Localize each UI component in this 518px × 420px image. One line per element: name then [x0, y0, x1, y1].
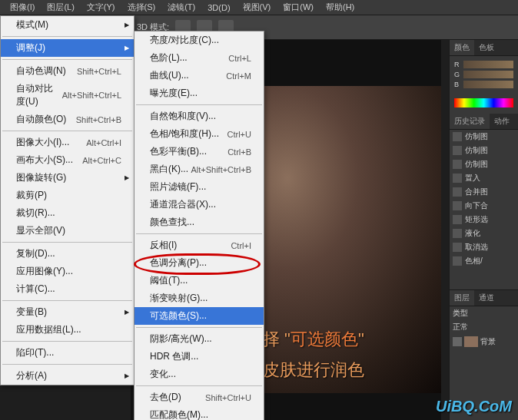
history-item[interactable]: 矩形选 [450, 213, 518, 227]
menu-item[interactable]: 去色(D)Shift+Ctrl+U [134, 389, 264, 406]
menubar-item[interactable]: 帮助(H) [320, 0, 360, 15]
tab-channels[interactable]: 通道 [474, 290, 499, 306]
menu-shortcut: Shift+Ctrl+L [77, 67, 121, 76]
g-slider[interactable] [463, 71, 513, 78]
menu-item[interactable]: 色阶(L)...Ctrl+L [134, 49, 264, 67]
tab-swatches[interactable]: 色板 [474, 40, 499, 55]
hue-strip[interactable] [454, 98, 513, 107]
menu-item-label: 亮度/对比度(C)... [150, 34, 219, 47]
menu-item[interactable]: 黑白(K)...Alt+Shift+Ctrl+B [134, 160, 264, 178]
history-item[interactable]: 仿制图 [450, 157, 518, 171]
menu-item[interactable]: 匹配颜色(M)... [134, 406, 264, 420]
history-panel: 历史记录 动作 仿制图仿制图仿制图置入合并图向下合矩形选液化取消选色相/ [450, 114, 518, 268]
menu-item[interactable]: 计算(C)... [1, 280, 134, 298]
menu-shortcut: Ctrl+B [227, 147, 251, 157]
menu-item[interactable]: 可选颜色(S)... [134, 307, 264, 325]
history-label: 仿制图 [465, 145, 488, 156]
color-panel-tabs: 颜色 色板 [450, 40, 518, 56]
history-label: 置入 [465, 173, 480, 184]
menu-item[interactable]: 反相(I)Ctrl+I [134, 236, 264, 254]
menu-item-label: 色调分离(P)... [150, 256, 207, 270]
menubar-item[interactable]: 窗口(W) [277, 0, 320, 15]
history-step-icon [453, 256, 462, 266]
menu-item-label: 变化... [150, 368, 176, 381]
menubar-item[interactable]: 选择(S) [121, 0, 162, 15]
menu-item[interactable]: 色调分离(P)... [134, 254, 264, 272]
menu-item-label: 色阶(L)... [150, 51, 188, 64]
menu-item[interactable]: 自动色调(N)Shift+Ctrl+L [1, 62, 134, 80]
history-item[interactable]: 仿制图 [450, 130, 518, 144]
menu-item[interactable]: 画布大小(S)...Alt+Ctrl+C [1, 151, 134, 169]
menu-item[interactable]: 色彩平衡(B)...Ctrl+B [134, 143, 264, 160]
tab-color[interactable]: 颜色 [450, 40, 474, 55]
menu-item[interactable]: 分析(A) [1, 367, 134, 385]
menubar-item[interactable]: 视图(V) [237, 0, 277, 15]
menu-item[interactable]: 自动对比度(U)Alt+Shift+Ctrl+L [1, 80, 134, 111]
menu-item-label: 色相/饱和度(H)... [150, 127, 219, 141]
menu-item[interactable]: 色相/饱和度(H)...Ctrl+U [134, 125, 264, 143]
menu-item[interactable]: 照片滤镜(F)... [134, 178, 264, 196]
history-item[interactable]: 仿制图 [450, 144, 518, 157]
history-step-icon [453, 215, 462, 224]
menu-item-label: 反相(I) [150, 239, 177, 252]
menu-item-label: 阈值(T)... [150, 274, 188, 287]
menubar-item[interactable]: 文字(Y) [81, 0, 121, 15]
menu-item[interactable]: 颜色查找... [134, 213, 264, 231]
layer-row[interactable]: 背景 [450, 334, 518, 349]
menu-item-label: 曲线(U)... [150, 69, 189, 82]
history-item[interactable]: 取消选 [450, 240, 518, 254]
menu-item[interactable]: 裁剪(P) [1, 187, 134, 204]
menu-item[interactable]: 渐变映射(G)... [134, 289, 264, 307]
menu-item-label: 复制(D)... [16, 247, 55, 260]
menu-item[interactable]: 裁切(R)... [1, 204, 134, 222]
menu-item[interactable]: 应用图像(Y)... [1, 263, 134, 280]
menu-item[interactable]: 陷印(T)... [1, 344, 134, 362]
menu-item[interactable]: 显示全部(V) [1, 222, 134, 240]
layer-thumb [464, 336, 478, 347]
menu-item-label: 色彩平衡(B)... [150, 145, 207, 158]
tab-layers[interactable]: 图层 [450, 290, 474, 306]
menubar-item[interactable]: 图像(I) [4, 0, 41, 15]
history-item[interactable]: 向下合 [450, 199, 518, 213]
menu-item[interactable]: 调整(J) [1, 39, 134, 57]
menu-item[interactable]: 应用数据组(L)... [1, 321, 134, 339]
menu-separator [2, 36, 132, 37]
tab-history[interactable]: 历史记录 [450, 114, 490, 129]
blend-mode[interactable]: 正常 [453, 322, 468, 332]
menu-item[interactable]: 复制(D)... [1, 245, 134, 263]
menu-item[interactable]: 模式(M) [1, 16, 134, 34]
eye-icon[interactable] [453, 337, 462, 346]
menu-item[interactable]: 图像旋转(G) [1, 169, 134, 187]
tab-actions[interactable]: 动作 [490, 114, 514, 129]
r-slider[interactable] [463, 61, 513, 68]
menu-item-label: 裁切(R)... [16, 207, 55, 220]
menu-item[interactable]: 亮度/对比度(C)... [134, 31, 264, 49]
menu-separator [136, 385, 262, 386]
menu-item[interactable]: 曝光度(E)... [134, 84, 264, 102]
menu-item[interactable]: 图像大小(I)...Alt+Ctrl+I [1, 134, 134, 151]
menu-item[interactable]: 阴影/高光(W)... [134, 330, 264, 348]
menu-item[interactable]: 变量(B) [1, 303, 134, 321]
history-item[interactable]: 色相/ [450, 254, 518, 268]
history-item[interactable]: 合并图 [450, 185, 518, 199]
menubar-item[interactable]: 3D(D) [201, 2, 236, 14]
menu-item[interactable]: 通道混合器(X)... [134, 196, 264, 213]
menubar-item[interactable]: 滤镜(T) [161, 0, 201, 15]
type-label: 类型 [453, 308, 468, 319]
b-slider[interactable] [463, 81, 513, 88]
history-item[interactable]: 液化 [450, 227, 518, 240]
menu-item[interactable]: 阈值(T)... [134, 272, 264, 289]
menu-item-label: 自动对比度(U) [16, 82, 62, 108]
menubar-item[interactable]: 图层(L) [41, 0, 80, 15]
menu-item[interactable]: 自然饱和度(V)... [134, 107, 264, 125]
history-label: 向下合 [465, 200, 488, 211]
menu-item[interactable]: 变化... [134, 365, 264, 383]
menu-item[interactable]: HDR 色调... [134, 348, 264, 365]
history-label: 色相/ [465, 256, 483, 266]
menu-separator [2, 131, 132, 131]
menu-item[interactable]: 自动颜色(O)Shift+Ctrl+B [1, 111, 134, 128]
menu-item-label: 图像旋转(G) [16, 171, 66, 184]
history-item[interactable]: 置入 [450, 171, 518, 185]
menu-item[interactable]: 曲线(U)...Ctrl+M [134, 67, 264, 84]
menu-item-label: 图像大小(I)... [16, 136, 69, 149]
